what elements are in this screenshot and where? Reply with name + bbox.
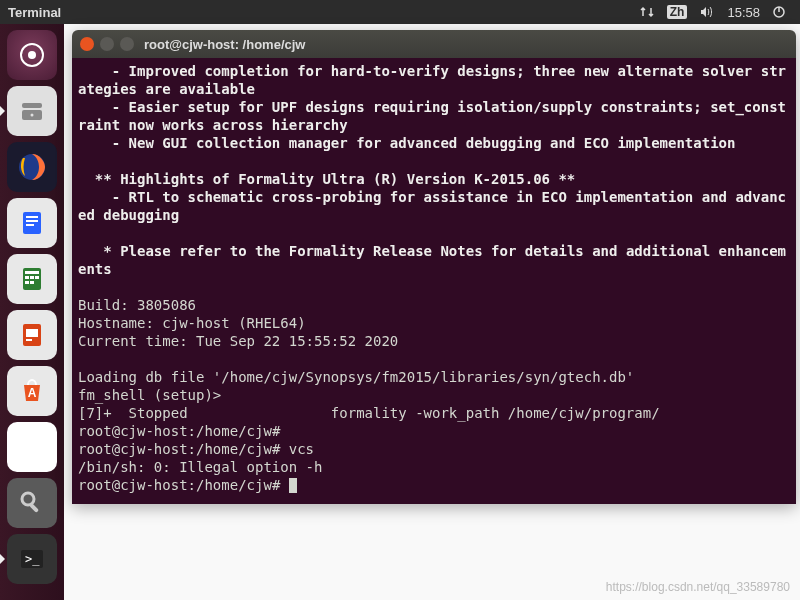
network-icon[interactable] bbox=[639, 6, 655, 18]
prompt-user: root@cjw-host bbox=[78, 441, 188, 457]
term-line: [7]+ Stopped formality -work_path /home/… bbox=[78, 405, 660, 421]
svg-text:A: A bbox=[28, 386, 37, 400]
launcher-dash-icon[interactable] bbox=[7, 30, 57, 80]
term-line: - Easier setup for UPF designs requiring… bbox=[78, 99, 786, 133]
launcher-terminal-icon[interactable]: >_ bbox=[7, 534, 57, 584]
terminal-output[interactable]: - Improved completion for hard-to-verify… bbox=[72, 58, 796, 504]
ime-indicator[interactable]: Zh bbox=[667, 5, 688, 19]
prompt-path: /home/cjw bbox=[196, 423, 272, 439]
term-line: Build: 3805086 bbox=[78, 297, 196, 313]
prompt-path: /home/cjw bbox=[196, 477, 272, 493]
term-line: - New GUI collection manager for advance… bbox=[78, 135, 735, 151]
term-line: * Please refer to the Formality Release … bbox=[78, 243, 786, 277]
system-topbar: Terminal Zh 15:58 bbox=[0, 0, 800, 24]
term-line: Hostname: cjw-host (RHEL64) bbox=[78, 315, 306, 331]
svg-rect-14 bbox=[30, 276, 34, 279]
launcher-settings-icon[interactable] bbox=[7, 478, 57, 528]
prompt-user: root@cjw-host bbox=[78, 477, 188, 493]
terminal-title: root@cjw-host: /home/cjw bbox=[144, 37, 305, 52]
svg-rect-13 bbox=[25, 276, 29, 279]
svg-rect-10 bbox=[26, 224, 34, 226]
launcher-software-icon[interactable]: A bbox=[7, 366, 57, 416]
term-line: - RTL to schematic cross-probing for ass… bbox=[78, 189, 786, 223]
watermark-text: https://blog.csdn.net/qq_33589780 bbox=[606, 580, 790, 594]
svg-rect-17 bbox=[30, 281, 34, 284]
term-line: fm_shell (setup)> bbox=[78, 387, 221, 403]
clock[interactable]: 15:58 bbox=[727, 5, 760, 20]
window-close-button[interactable] bbox=[80, 37, 94, 51]
term-line: Current time: Tue Sep 22 15:55:52 2020 bbox=[78, 333, 398, 349]
svg-rect-9 bbox=[26, 220, 38, 222]
term-line: /bin/sh: 0: Illegal option -h bbox=[78, 459, 322, 475]
svg-rect-20 bbox=[26, 339, 32, 341]
svg-rect-15 bbox=[35, 276, 39, 279]
svg-rect-7 bbox=[23, 212, 41, 234]
term-command: vcs bbox=[280, 441, 314, 457]
launcher-amazon-icon[interactable]: a bbox=[7, 422, 57, 472]
launcher-files-icon[interactable] bbox=[7, 86, 57, 136]
prompt-user: root@cjw-host bbox=[78, 423, 188, 439]
svg-text:>_: >_ bbox=[25, 552, 40, 566]
launcher-impress-icon[interactable] bbox=[7, 310, 57, 360]
svg-point-22 bbox=[22, 493, 34, 505]
prompt-path: /home/cjw bbox=[196, 441, 272, 457]
window-minimize-button[interactable] bbox=[100, 37, 114, 51]
volume-icon[interactable] bbox=[699, 6, 715, 18]
term-line: - Improved completion for hard-to-verify… bbox=[78, 63, 786, 97]
term-line: ** Highlights of Formality Ultra (R) Ver… bbox=[78, 171, 575, 187]
svg-point-5 bbox=[31, 114, 34, 117]
unity-launcher: A a >_ bbox=[0, 24, 64, 600]
svg-rect-8 bbox=[26, 216, 38, 218]
svg-point-2 bbox=[28, 51, 36, 59]
launcher-writer-icon[interactable] bbox=[7, 198, 57, 248]
launcher-calc-icon[interactable] bbox=[7, 254, 57, 304]
svg-rect-23 bbox=[29, 503, 39, 513]
topbar-app-title: Terminal bbox=[8, 5, 61, 20]
desktop-area: root@cjw-host: /home/cjw - Improved comp… bbox=[64, 24, 800, 600]
svg-rect-19 bbox=[26, 329, 38, 337]
term-line: Loading db file '/home/cjw/Synopsys/fm20… bbox=[78, 369, 634, 385]
launcher-firefox-icon[interactable] bbox=[7, 142, 57, 192]
svg-rect-3 bbox=[22, 103, 42, 108]
terminal-cursor bbox=[289, 478, 297, 493]
terminal-window: root@cjw-host: /home/cjw - Improved comp… bbox=[72, 30, 796, 504]
svg-rect-16 bbox=[25, 281, 29, 284]
power-icon[interactable] bbox=[772, 5, 786, 19]
svg-rect-12 bbox=[25, 271, 39, 274]
terminal-titlebar[interactable]: root@cjw-host: /home/cjw bbox=[72, 30, 796, 58]
window-maximize-button[interactable] bbox=[120, 37, 134, 51]
